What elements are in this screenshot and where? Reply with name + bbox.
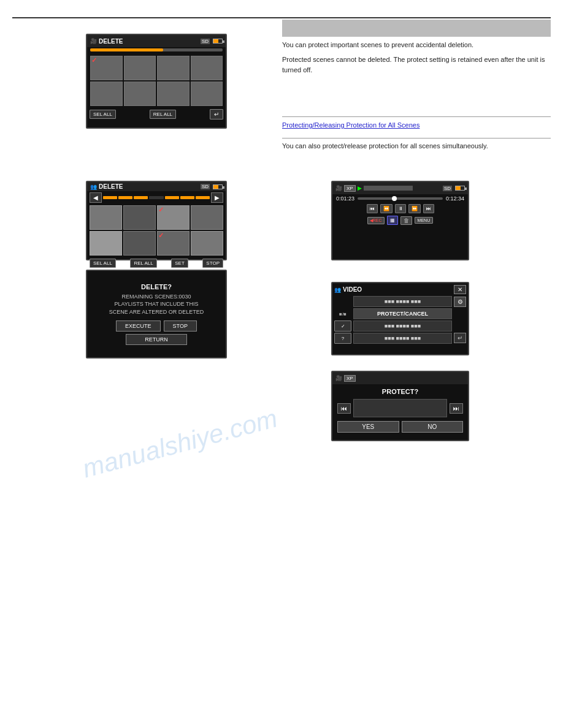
screen5-marker: ■/■ — [334, 308, 351, 319]
screen1-thumb-1[interactable] — [90, 56, 123, 80]
screen5-left-col: ■/■ ✓ ? — [334, 296, 351, 344]
screen2-sel-all-button[interactable]: SEL ALL — [90, 259, 116, 268]
screen5-cam-icon: 👥 — [334, 287, 341, 293]
screen5-back-button[interactable]: ↵ — [454, 333, 466, 343]
screen4-menu-button[interactable]: MENU — [415, 217, 434, 224]
screen1-title: DELETE — [99, 38, 123, 45]
screen2-rel-all-button[interactable]: REL ALL — [130, 259, 156, 268]
watermark: manualshiye.com — [79, 404, 280, 484]
screen3-line2: PLAYLISTS THAT INCLUDE THIS — [114, 301, 198, 307]
screen2-next-button[interactable]: ▶ — [211, 192, 223, 203]
screen4-skip-back-button[interactable]: ⏮ — [367, 204, 378, 213]
screen6-protect-label: PROTECT? — [332, 384, 468, 398]
screen4-title-bar — [364, 186, 413, 191]
screen1-battery — [213, 39, 223, 44]
screen4-rewind-button[interactable]: ⏪ — [380, 204, 393, 213]
right-para3: You can also protect/release protection … — [282, 142, 551, 150]
screen6-next-button[interactable]: ⏭ — [450, 403, 463, 414]
screen2-bar4 — [149, 196, 163, 199]
screen4-delete-button[interactable]: 🗑 — [400, 216, 412, 225]
screen2-thumb-6[interactable] — [123, 231, 156, 256]
screen5-video-menu: 👥 VIDEO ✕ ■/■ ✓ ? ■■■ ■■■■ ■■■ PROTECT/C… — [331, 282, 469, 355]
screen5-right-spacer — [454, 308, 466, 319]
screen1-thumb-5[interactable] — [90, 82, 123, 106]
screen2-bar3 — [134, 196, 148, 199]
screen4-time-start: 0:01:23 — [336, 195, 354, 202]
screen6-protect: 🎥 XP PROTECT? ⏮ ⏭ YES NO — [331, 371, 469, 441]
screen2-thumb-2[interactable] — [123, 205, 156, 230]
screen1-thumb-7[interactable] — [157, 82, 190, 106]
screen6-xp-label: XP — [344, 375, 356, 382]
screen2-set-button[interactable]: SET — [171, 259, 188, 268]
screen4-header: 🎥 XP ▶ SD — [332, 182, 468, 194]
screen1-thumb-6[interactable] — [124, 82, 156, 106]
screen1-header-icons: SD — [201, 39, 223, 44]
screen5-item4[interactable]: ■■■ ■■■■ ■■■ — [353, 333, 452, 344]
screen5-content: ■/■ ✓ ? ■■■ ■■■■ ■■■ PROTECT/CANCEL ■■■ … — [334, 296, 466, 344]
screen3-execute-button[interactable]: EXECUTE — [116, 320, 161, 332]
screen6-cam-icon: 🎥 — [335, 375, 342, 381]
screen4-playback: 🎥 XP ▶ SD 0:01:23 0:12:34 ⏮ ⏪ ⏸ ⏩ ⏭ ◀REC… — [331, 181, 469, 260]
screen1-thumb-3[interactable] — [157, 56, 190, 80]
screen3-return-button[interactable]: RETURN — [126, 334, 187, 345]
screen3-delete-confirm: DELETE? REMAINING SCENES:0030 PLAYLISTS … — [86, 270, 227, 358]
screen2-header-icons: SD — [201, 184, 223, 189]
screen4-time-end: 0:12:34 — [446, 195, 464, 202]
right-para1: You can protect important scenes to prev… — [282, 40, 551, 51]
screen4-skip-forward-button[interactable]: ⏭ — [423, 204, 434, 213]
right-para2: Protected scenes cannot be deleted. The … — [282, 55, 551, 76]
screen2-nav-row: ◀ ▶ — [87, 191, 226, 204]
screen2-thumb-1[interactable] — [90, 205, 122, 230]
screen3-line3: SCENE ARE ALTERED OR DELETED — [109, 309, 204, 315]
screen4-slider-thumb — [392, 196, 397, 201]
screen5-question-button[interactable]: ? — [334, 333, 351, 344]
screen2-header: 👥 DELETE SD — [87, 182, 226, 191]
screen5-item3[interactable]: ■■■ ■■■■ ■■■ — [353, 320, 452, 332]
screen3-text: REMAINING SCENES:0030 PLAYLISTS THAT INC… — [109, 293, 204, 316]
screen2-sd-label: SD — [201, 184, 210, 189]
screen5-item2-protect-cancel[interactable]: PROTECT/CANCEL — [353, 308, 452, 319]
screen3-title: DELETE? — [141, 283, 172, 290]
screen2-prev-button[interactable]: ◀ — [90, 192, 102, 203]
screen2-bar2 — [118, 196, 132, 199]
screen6-thumb-area — [353, 399, 447, 417]
screen2-bar6 — [180, 196, 194, 199]
screen1-sd-label: SD — [201, 39, 210, 44]
screen1-sel-all-button[interactable]: SEL ALL — [90, 110, 116, 119]
screen3-top-btn-row: EXECUTE STOP — [116, 320, 197, 332]
screen2-stop-button[interactable]: STOP — [202, 259, 223, 268]
screen5-header: 👥 VIDEO ✕ — [334, 285, 466, 294]
screen5-check-button[interactable]: ✓ — [334, 320, 351, 332]
screen5-close-button[interactable]: ✕ — [454, 285, 466, 294]
screen4-grid-button[interactable]: ▦ — [387, 216, 398, 225]
screen2-thumb-5[interactable] — [90, 231, 122, 256]
screen4-battery — [455, 186, 465, 191]
screen2-thumb-4[interactable] — [191, 205, 223, 230]
screen1-thumb-8[interactable] — [191, 82, 223, 106]
screen2-battery — [213, 184, 223, 189]
right-link[interactable]: Protecting/Releasing Protection for All … — [282, 121, 551, 129]
screen6-no-button[interactable]: NO — [402, 421, 464, 433]
screen6-prev-button[interactable]: ⏮ — [337, 403, 351, 414]
screen5-gear-button[interactable]: ⚙ — [454, 297, 466, 307]
screen1-back-button[interactable]: ↵ — [210, 109, 223, 119]
screen3-stop-button[interactable]: STOP — [164, 320, 197, 332]
screen2-btn-bar: SEL ALL REL ALL SET STOP — [87, 257, 226, 270]
separator-2 — [282, 138, 551, 138]
screen4-fast-forward-button[interactable]: ⏩ — [408, 204, 421, 213]
right-text-panel: You can protect important scenes to prev… — [282, 40, 551, 80]
screen4-rec-button[interactable]: ◀REC — [367, 217, 385, 224]
screen1-rel-all-button[interactable]: REL ALL — [150, 110, 176, 119]
screen2-thumb-3[interactable] — [157, 205, 190, 230]
screen1-thumb-4[interactable] — [191, 56, 223, 80]
screen5-item1[interactable]: ■■■ ■■■■ ■■■ — [353, 296, 452, 307]
screen4-pause-button[interactable]: ⏸ — [395, 204, 406, 213]
screen2-thumb-7[interactable] — [157, 231, 190, 256]
screen4-slider[interactable] — [358, 197, 443, 200]
screen4-transport-row2: ◀REC ▦ 🗑 MENU — [332, 214, 468, 226]
screen1-thumb-2[interactable] — [124, 56, 156, 80]
screen6-yes-button[interactable]: YES — [337, 421, 399, 433]
screen4-cam-icon: 🎥 — [335, 185, 342, 191]
screen2-thumb-8[interactable] — [191, 231, 223, 256]
screen5-right-col: ⚙ ↵ — [454, 296, 466, 344]
